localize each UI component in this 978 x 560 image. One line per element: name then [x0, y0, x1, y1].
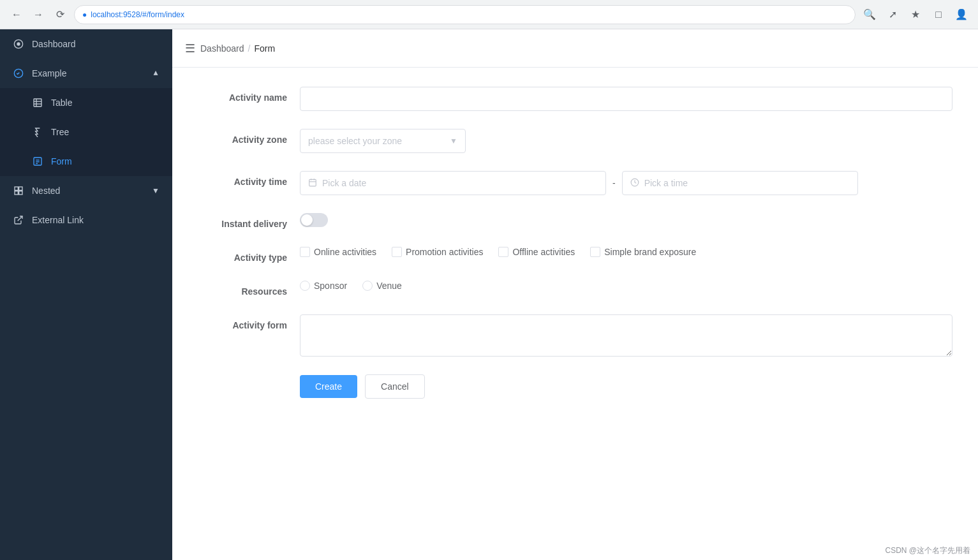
- date-placeholder: Pick a date: [322, 178, 366, 188]
- resources-control: Sponsor Venue: [300, 281, 952, 291]
- breadcrumb-parent[interactable]: Dashboard: [200, 43, 244, 54]
- svg-rect-11: [15, 187, 18, 190]
- sidebar-sub-example: Table Tree Form: [0, 88, 172, 176]
- forward-button[interactable]: →: [29, 6, 47, 24]
- svg-line-15: [18, 216, 22, 221]
- breadcrumb-current: Form: [254, 43, 275, 54]
- create-button[interactable]: Create: [300, 375, 357, 398]
- url-text: localhost:9528/#/form/index: [91, 10, 184, 19]
- sidebar-item-dashboard[interactable]: Dashboard: [0, 29, 172, 59]
- sidebar: Dashboard Example ▼ Table Tree: [0, 29, 172, 560]
- time-placeholder: Pick a time: [644, 178, 688, 188]
- checkbox-offline-label: Offline activities: [512, 247, 575, 257]
- activity-form-textarea[interactable]: [300, 314, 952, 357]
- time-picker[interactable]: Pick a time: [622, 171, 858, 195]
- sidebar-item-external-link[interactable]: External Link: [0, 205, 172, 235]
- activity-type-control: Online activities Promotion activities O…: [300, 247, 952, 257]
- activity-name-row: Activity name: [198, 87, 952, 111]
- tree-label: Tree: [51, 127, 69, 137]
- svg-point-1: [17, 42, 20, 45]
- app-container: Dashboard Example ▼ Table Tree: [0, 29, 978, 560]
- sidebar-item-tree[interactable]: Tree: [0, 117, 172, 147]
- checkbox-online[interactable]: Online activities: [300, 247, 376, 257]
- form-buttons-row: Create Cancel: [198, 374, 952, 399]
- sidebar-item-nested[interactable]: Nested ▼: [0, 176, 172, 205]
- select-arrow-icon: ▼: [450, 136, 457, 145]
- activity-type-row: Activity type Online activities Promotio…: [198, 247, 952, 263]
- checkbox-simple-brand[interactable]: Simple brand exposure: [590, 247, 696, 257]
- resources-row: Resources Sponsor Venue: [198, 281, 952, 297]
- activity-time-row: Activity time Pick a date - Pick a time: [198, 171, 952, 195]
- activity-name-label: Activity name: [198, 87, 287, 103]
- activity-type-checkbox-group: Online activities Promotion activities O…: [300, 247, 696, 257]
- activity-form-row: Activity form: [198, 314, 952, 357]
- secure-icon: ●: [82, 10, 87, 19]
- extension-button[interactable]: □: [930, 6, 947, 24]
- radio-venue[interactable]: Venue: [362, 281, 402, 291]
- address-bar[interactable]: ● localhost:9528/#/form/index: [74, 5, 856, 24]
- table-label: Table: [51, 98, 72, 108]
- nested-icon: [13, 185, 24, 196]
- reload-button[interactable]: ⟳: [51, 6, 69, 24]
- example-arrow: ▼: [152, 69, 159, 78]
- resources-radio-group: Sponsor Venue: [300, 281, 402, 291]
- footer-text: CSDN @这个名字先用着: [885, 545, 970, 556]
- activity-form-control: [300, 314, 952, 357]
- cancel-button[interactable]: Cancel: [365, 374, 425, 399]
- resources-label: Resources: [198, 281, 287, 297]
- nested-label: Nested: [32, 186, 60, 196]
- sidebar-item-table[interactable]: Table: [0, 88, 172, 117]
- date-picker[interactable]: Pick a date: [300, 171, 606, 195]
- time-separator: -: [612, 178, 616, 188]
- clock-icon: [630, 178, 639, 189]
- checkbox-promotion-label: Promotion activities: [406, 247, 483, 257]
- zoom-button[interactable]: 🔍: [861, 6, 878, 24]
- checkbox-offline[interactable]: Offline activities: [498, 247, 575, 257]
- share-button[interactable]: ➚: [884, 6, 901, 24]
- profile-button[interactable]: 👤: [952, 6, 970, 24]
- browser-chrome: ← → ⟳ ● localhost:9528/#/form/index 🔍 ➚ …: [0, 0, 978, 29]
- browser-action-buttons: 🔍 ➚ ★ □ 👤: [861, 6, 970, 24]
- activity-zone-placeholder: please select your zone: [308, 136, 402, 146]
- calendar-icon: [308, 178, 317, 189]
- activity-zone-control: please select your zone ▼: [300, 129, 952, 153]
- activity-name-input[interactable]: [300, 87, 952, 111]
- svg-rect-16: [309, 179, 316, 186]
- external-link-icon: [13, 214, 24, 226]
- activity-type-label: Activity type: [198, 247, 287, 263]
- toggle-wrap: [300, 213, 328, 227]
- nav-buttons: ← → ⟳: [8, 6, 69, 24]
- table-icon: [32, 97, 43, 108]
- instant-delivery-label: Instant delivery: [198, 213, 287, 229]
- dashboard-label: Dashboard: [32, 39, 76, 49]
- sidebar-item-example[interactable]: Example ▼: [0, 59, 172, 88]
- page-header: ☰ Dashboard / Form: [172, 29, 978, 68]
- buttons-control: Create Cancel: [300, 374, 952, 399]
- instant-delivery-control: [300, 213, 952, 227]
- back-button[interactable]: ←: [8, 6, 26, 24]
- svg-rect-13: [15, 191, 18, 195]
- checkbox-simple-brand-box: [590, 247, 600, 257]
- bookmark-button[interactable]: ★: [907, 6, 924, 24]
- instant-delivery-row: Instant delivery: [198, 213, 952, 229]
- radio-sponsor[interactable]: Sponsor: [300, 281, 347, 291]
- form-label: Form: [51, 156, 72, 166]
- checkbox-promotion-box: [392, 247, 402, 257]
- checkbox-simple-brand-label: Simple brand exposure: [604, 247, 696, 257]
- external-link-label: External Link: [32, 215, 84, 225]
- dashboard-icon: [13, 38, 24, 50]
- checkbox-promotion[interactable]: Promotion activities: [392, 247, 483, 257]
- checkbox-online-box: [300, 247, 310, 257]
- checkbox-offline-box: [498, 247, 508, 257]
- activity-zone-label: Activity zone: [198, 129, 287, 145]
- svg-rect-14: [19, 191, 22, 195]
- sidebar-item-form[interactable]: Form: [0, 147, 172, 176]
- activity-time-label: Activity time: [198, 171, 287, 187]
- menu-toggle-button[interactable]: ☰: [185, 41, 195, 55]
- main-content: ☰ Dashboard / Form Activity name Activit…: [172, 29, 978, 560]
- activity-zone-select[interactable]: please select your zone ▼: [300, 129, 466, 153]
- activity-name-control: [300, 87, 952, 111]
- activity-time-control: Pick a date - Pick a time: [300, 171, 952, 195]
- instant-delivery-toggle[interactable]: [300, 213, 328, 227]
- breadcrumb-separator: /: [248, 43, 251, 54]
